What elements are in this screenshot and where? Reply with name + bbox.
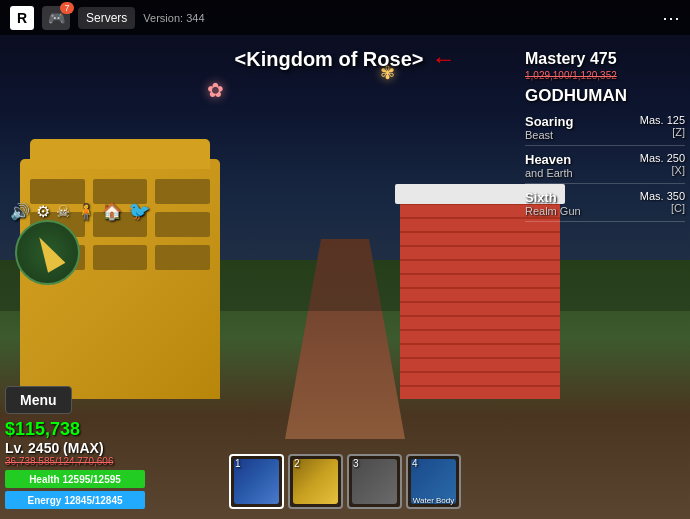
- building-right: [400, 199, 560, 399]
- health-bar-container: Health 12595/12595: [5, 470, 145, 488]
- level-text: Lv. 2450 (MAX): [5, 440, 145, 456]
- ability-1-name: Soaring: [525, 114, 573, 129]
- skill-bar: 1 2 3 4 Water Body: [229, 454, 461, 509]
- skill-slot-number-2: 2: [294, 458, 300, 469]
- skill-slot-4[interactable]: 4 Water Body: [406, 454, 461, 509]
- ability-2-mastery: Mas. 250: [640, 152, 685, 164]
- skill-slot-3[interactable]: 3: [347, 454, 402, 509]
- sound-icon[interactable]: 🔊: [10, 202, 30, 221]
- notification-button[interactable]: 🎮 7: [42, 6, 70, 30]
- mastery-exp: 1,029,100/1,120,352: [525, 70, 685, 81]
- flower-decoration-1: ✿: [207, 78, 224, 102]
- window: [93, 245, 148, 270]
- health-text: Health 12595/12595: [29, 474, 121, 485]
- person-icon[interactable]: 🧍: [76, 202, 96, 221]
- servers-button[interactable]: Servers: [78, 7, 135, 29]
- ability-1-right: Mas. 125 [Z]: [640, 114, 685, 138]
- ability-1-sub: Beast: [525, 129, 573, 141]
- version-label: Version: 344: [143, 12, 204, 24]
- top-bar-left: R 🎮 7 Servers Version: 344: [10, 6, 205, 30]
- skill-slot-2[interactable]: 2: [288, 454, 343, 509]
- notification-count: 7: [60, 2, 74, 14]
- exp-text: 36,738,585/124,770,606: [5, 456, 145, 467]
- ability-3-name-col: Sixth Realm Gun: [525, 190, 581, 217]
- window: [155, 212, 210, 237]
- skill-slot-number-4: 4: [412, 458, 418, 469]
- ability-item-3: Sixth Realm Gun Mas. 350 [C]: [525, 190, 685, 222]
- roblox-logo: R: [10, 6, 34, 30]
- compass-needle: [30, 232, 65, 272]
- menu-button[interactable]: Menu: [5, 386, 72, 414]
- twitter-icon[interactable]: 🐦: [128, 200, 150, 222]
- hud-right: Mastery 475 1,029,100/1,120,352 GODHUMAN…: [525, 50, 685, 228]
- window: [155, 179, 210, 204]
- skill-label-4: Water Body: [408, 496, 459, 505]
- ability-2-name-col: Heaven and Earth: [525, 152, 573, 179]
- hud-bottom-left: Menu $115,738 Lv. 2450 (MAX) 36,738,585/…: [5, 386, 145, 509]
- pirate-icon[interactable]: ☠: [56, 202, 70, 221]
- gear-icon[interactable]: ⚙: [36, 202, 50, 221]
- ability-3-right: Mas. 350 [C]: [640, 190, 685, 214]
- energy-text: Energy 12845/12845: [27, 495, 122, 506]
- energy-bar-container: Energy 12845/12845: [5, 491, 145, 509]
- top-bar: R 🎮 7 Servers Version: 344 ⋯: [0, 0, 690, 35]
- ability-2-name: Heaven: [525, 152, 573, 167]
- more-icon: ⋯: [662, 8, 680, 28]
- kingdom-title-container: <Kingdom of Rose> ←: [235, 45, 456, 73]
- ability-1-key: [Z]: [640, 126, 685, 138]
- mastery-title: Mastery 475: [525, 50, 685, 68]
- compass: [15, 220, 80, 285]
- ability-item-2: Heaven and Earth Mas. 250 [X]: [525, 152, 685, 184]
- gold-amount: $115,738: [5, 419, 145, 440]
- style-name: GODHUMAN: [525, 86, 685, 106]
- skill-slot-1[interactable]: 1: [229, 454, 284, 509]
- kingdom-title: <Kingdom of Rose>: [235, 48, 424, 71]
- ability-3-mastery: Mas. 350: [640, 190, 685, 202]
- more-menu-button[interactable]: ⋯: [662, 7, 680, 29]
- ability-3-name: Sixth: [525, 190, 581, 205]
- window: [155, 245, 210, 270]
- arrow-icon: ←: [431, 45, 455, 73]
- ability-item-1: Soaring Beast Mas. 125 [Z]: [525, 114, 685, 146]
- hud-icons-row: 🔊 ⚙ ☠ 🧍 🏠 🐦: [10, 200, 150, 222]
- game-canvas: ✿ ✾ R 🎮 7 Servers Versi: [0, 0, 690, 519]
- ability-3-key: [C]: [640, 202, 685, 214]
- ability-2-key: [X]: [640, 164, 685, 176]
- skill-slot-number-1: 1: [235, 458, 241, 469]
- home-icon[interactable]: 🏠: [102, 202, 122, 221]
- ability-1-mastery: Mas. 125: [640, 114, 685, 126]
- ability-3-sub: Realm Gun: [525, 205, 581, 217]
- ability-2-right: Mas. 250 [X]: [640, 152, 685, 176]
- ability-1-name-col: Soaring Beast: [525, 114, 573, 141]
- skill-slot-number-3: 3: [353, 458, 359, 469]
- ability-2-sub: and Earth: [525, 167, 573, 179]
